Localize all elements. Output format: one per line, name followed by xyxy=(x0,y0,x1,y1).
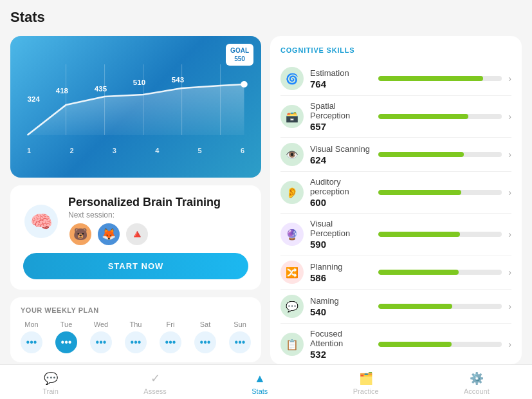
nav-item-assess[interactable]: ✓ Assess xyxy=(143,371,166,395)
account-icon: ⚙️ xyxy=(470,371,484,385)
skill-chevron-5[interactable]: › xyxy=(508,267,511,277)
skill-score-4: 590 xyxy=(310,239,372,250)
assess-icon: ✓ xyxy=(151,371,160,385)
nav-item-train[interactable]: 💬 Train xyxy=(42,371,59,395)
skill-bar-container-6 xyxy=(378,304,502,309)
chart-card: GOAL 550 xyxy=(10,36,261,178)
chart-value: 510 xyxy=(133,79,145,86)
skill-icon-7: 📋 xyxy=(280,333,304,356)
skill-bar-container-0 xyxy=(378,76,502,81)
day-label-tue: Tue xyxy=(60,320,73,328)
chart-x-label: 1 xyxy=(27,147,31,154)
page-title: Stats xyxy=(0,0,532,26)
nav-label-account: Account xyxy=(464,387,490,395)
skill-bar-container-1 xyxy=(378,114,502,119)
skill-bar-container-4 xyxy=(378,232,502,237)
nav-label-assess: Assess xyxy=(143,387,166,395)
skill-bar-container-7 xyxy=(378,342,502,347)
skill-bar-6 xyxy=(378,304,452,309)
skill-icon-0: 🌀 xyxy=(280,67,304,90)
session-avatars: 🐻 🦊 🔺 xyxy=(68,222,221,246)
chart-area: 324 418 435 510 543 1 2 3 4 5 6 xyxy=(21,51,251,154)
skill-info-2: Visual Scanning 624 xyxy=(310,144,372,165)
skill-bar-container-2 xyxy=(378,152,502,157)
skill-name-1: Spatial Perception xyxy=(310,101,372,120)
skill-chevron-1[interactable]: › xyxy=(508,111,511,122)
main-content: GOAL 550 xyxy=(0,26,532,364)
skill-icon-1: 🗃️ xyxy=(280,105,304,128)
skill-info-0: Estimation 764 xyxy=(310,68,372,89)
day-label-sun: Sun xyxy=(234,320,246,328)
skill-item[interactable]: 💬 Naming 540 › xyxy=(280,290,511,324)
skill-chevron-4[interactable]: › xyxy=(508,229,511,239)
skill-score-0: 764 xyxy=(310,79,372,89)
skill-info-7: Focused Attention 532 xyxy=(310,329,372,360)
bottom-nav: 💬 Train ✓ Assess ▲ Stats 🗂️ Practice ⚙️ … xyxy=(0,364,532,399)
nav-item-stats[interactable]: ▲ Stats xyxy=(252,372,268,395)
day-label-thu: Thu xyxy=(130,320,142,328)
right-panel: COGNITIVE SKILLS 🌀 Estimation 764 › 🗃️ S… xyxy=(270,36,522,364)
skill-chevron-7[interactable]: › xyxy=(508,339,511,349)
brain-title: Personalized Brain Training xyxy=(68,196,221,209)
skill-icon-2: 👁️ xyxy=(280,143,304,166)
nav-label-train: Train xyxy=(42,387,59,395)
chart-x-label: 3 xyxy=(113,147,116,154)
chart-x-label: 5 xyxy=(198,147,202,154)
skill-bar-container-3 xyxy=(378,190,502,195)
skill-chevron-2[interactable]: › xyxy=(508,149,511,160)
day-button-tue[interactable]: ••• xyxy=(55,331,77,353)
skill-bar-container-5 xyxy=(378,270,502,275)
skill-name-7: Focused Attention xyxy=(310,329,372,348)
weekly-plan-card: YOUR WEEKLY PLAN Mon ••• Tue ••• Wed •••… xyxy=(10,297,261,362)
nav-item-account[interactable]: ⚙️ Account xyxy=(464,371,490,395)
start-now-button[interactable]: START NOW xyxy=(23,253,248,279)
skill-chevron-3[interactable]: › xyxy=(508,187,511,198)
skill-name-2: Visual Scanning xyxy=(310,144,372,154)
day-label-mon: Mon xyxy=(24,320,38,328)
skill-icon-5: 🔀 xyxy=(280,261,304,284)
skill-score-7: 532 xyxy=(310,349,372,360)
nav-item-practice[interactable]: 🗂️ Practice xyxy=(353,371,379,395)
skill-info-1: Spatial Perception 657 xyxy=(310,101,372,132)
day-label-sat: Sat xyxy=(200,320,211,328)
weekly-plan-title: YOUR WEEKLY PLAN xyxy=(21,306,251,314)
skill-item[interactable]: 🌀 Estimation 764 › xyxy=(280,62,511,96)
skill-item[interactable]: 👁️ Visual Scanning 624 › xyxy=(280,138,511,172)
svg-text:🧠: 🧠 xyxy=(30,211,53,232)
skill-score-5: 586 xyxy=(310,272,372,283)
skill-name-5: Planning xyxy=(310,262,372,272)
skill-item[interactable]: 🗃️ Spatial Perception 657 › xyxy=(280,96,511,138)
left-panel: GOAL 550 xyxy=(10,36,261,364)
skill-score-6: 540 xyxy=(310,306,372,317)
day-button-sat[interactable]: ••• xyxy=(194,331,216,353)
skill-chevron-0[interactable]: › xyxy=(508,73,511,84)
day-button-wed[interactable]: ••• xyxy=(90,331,112,353)
skill-item[interactable]: 🔀 Planning 586 › xyxy=(280,255,511,290)
chart-value: 324 xyxy=(28,95,41,103)
nav-label-stats: Stats xyxy=(252,387,268,395)
skill-score-1: 657 xyxy=(310,121,372,132)
day-button-mon[interactable]: ••• xyxy=(21,331,42,353)
day-button-sun[interactable]: ••• xyxy=(229,331,251,353)
avatar-3: 🔺 xyxy=(125,222,149,246)
cognitive-skills-title: COGNITIVE SKILLS xyxy=(280,46,511,54)
day-col-mon: Mon ••• xyxy=(21,320,42,353)
skill-bar-5 xyxy=(378,270,459,275)
skill-item[interactable]: 👂 Auditory perception 600 › xyxy=(280,172,511,214)
brain-svg-icon: 🧠 xyxy=(23,203,59,239)
skill-item[interactable]: 🔮 Visual Perception 590 › xyxy=(280,214,511,255)
nav-label-practice: Practice xyxy=(353,387,379,395)
skill-chevron-6[interactable]: › xyxy=(508,301,511,311)
skill-item[interactable]: 📋 Focused Attention 532 › xyxy=(280,324,511,364)
day-col-sun: Sun ••• xyxy=(229,320,251,353)
skill-icon-3: 👂 xyxy=(280,181,304,204)
skill-bar-0 xyxy=(378,76,483,81)
skill-info-6: Naming 540 xyxy=(310,296,372,317)
chart-svg: 324 418 435 510 543 xyxy=(21,51,251,142)
day-button-thu[interactable]: ••• xyxy=(125,331,147,353)
skill-bar-2 xyxy=(378,152,464,157)
day-button-fri[interactable]: ••• xyxy=(160,331,181,353)
brain-header: 🧠 Personalized Brain Training Next sessi… xyxy=(23,196,248,246)
skills-list: 🌀 Estimation 764 › 🗃️ Spatial Perception… xyxy=(280,62,511,364)
stats-icon: ▲ xyxy=(254,372,266,385)
